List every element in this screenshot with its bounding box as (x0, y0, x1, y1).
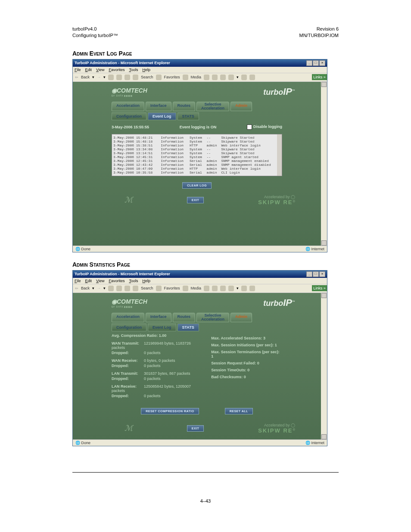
tab-acceleration[interactable]: Acceleration (112, 102, 144, 111)
subtab-stats[interactable]: STATS (177, 112, 199, 120)
minimize-icon[interactable]: _ (306, 60, 312, 66)
disable-logging-checkbox[interactable] (247, 124, 252, 130)
media-label[interactable]: Media (191, 75, 202, 79)
log-cell: Serial (190, 171, 206, 174)
search-label[interactable]: Search (141, 286, 153, 290)
maximize-icon[interactable]: □ (313, 60, 319, 66)
log-cell: Information (161, 171, 190, 174)
tab-admin[interactable]: Admin (230, 313, 252, 322)
log-cell: 3-May-2006 12:45:31 (113, 159, 161, 163)
favorites-label[interactable]: Favorites (164, 286, 180, 290)
edit-icon[interactable] (228, 75, 234, 80)
log-cell: CLI Login (221, 171, 280, 174)
turboip-logo: turboIP™ (263, 86, 295, 97)
close-icon[interactable]: × (319, 271, 325, 277)
discuss-icon[interactable] (241, 75, 247, 80)
refresh-icon[interactable] (116, 75, 122, 80)
comtech-logo: ◉COMTECH (112, 298, 147, 305)
back-button[interactable]: Back (81, 75, 90, 79)
search-label[interactable]: Search (141, 75, 153, 79)
log-cell: Serial (190, 159, 206, 163)
menu-file[interactable]: File (75, 68, 81, 72)
media-icon[interactable] (183, 286, 188, 291)
page-content: ◉COMTECH EF DATA ▮▮▮▮▮ turboIP™ Accelera… (73, 293, 327, 439)
back-button[interactable]: Back (81, 286, 90, 290)
messenger-icon[interactable] (249, 286, 255, 291)
edit-icon[interactable] (228, 286, 234, 291)
history-icon[interactable] (204, 286, 209, 291)
tab-routes[interactable]: Routes (173, 102, 196, 111)
refresh-icon[interactable] (116, 286, 122, 291)
home-icon[interactable] (125, 286, 130, 291)
menu-favorites[interactable]: Favorites (109, 279, 125, 283)
menu-help[interactable]: Help (142, 279, 150, 283)
log-cell: 3-May-2006 13:14:51 (113, 151, 161, 155)
reset-all-button[interactable]: RESET ALL (225, 408, 253, 414)
mail-icon[interactable] (212, 75, 218, 80)
menu-edit[interactable]: Edit (85, 68, 92, 72)
tab-interface[interactable]: Interface (146, 102, 171, 111)
log-scrollbar[interactable] (277, 134, 282, 176)
subtab-configuration[interactable]: Configuration (112, 112, 146, 120)
favorites-icon[interactable] (156, 75, 162, 80)
dropped-label: Dropped: (112, 394, 144, 398)
menu-view[interactable]: View (96, 68, 104, 72)
favorites-icon[interactable] (156, 286, 162, 291)
clear-log-button[interactable]: CLEAR LOG (182, 182, 212, 189)
print-icon[interactable] (220, 286, 226, 291)
close-icon[interactable]: × (319, 60, 325, 66)
exit-button[interactable]: EXIT (187, 197, 204, 203)
maximize-icon[interactable]: □ (313, 271, 319, 277)
subtab-eventlog[interactable]: Event Log (148, 324, 176, 331)
subtab-eventlog[interactable]: Event Log (148, 112, 176, 120)
menu-help[interactable]: Help (142, 68, 150, 72)
tab-routes[interactable]: Routes (173, 313, 196, 322)
minimize-icon[interactable]: _ (306, 271, 312, 277)
favorites-label[interactable]: Favorites (164, 75, 180, 79)
search-icon[interactable] (133, 286, 138, 291)
tab-acceleration[interactable]: Acceleration (112, 313, 144, 322)
messenger-icon[interactable] (249, 75, 255, 80)
log-cell: Serial (190, 163, 206, 167)
tab-selective-acceleration[interactable]: SelectiveAcceleration (196, 102, 229, 111)
menu-view[interactable]: View (96, 279, 104, 283)
search-icon[interactable] (133, 75, 138, 80)
dropped-value: 0 packets (144, 364, 161, 368)
logging-status: Event logging is ON (180, 125, 217, 129)
comtech-sublogo: EF DATA ▮▮▮▮▮ (112, 305, 147, 308)
stop-icon[interactable] (108, 75, 114, 80)
menu-tools[interactable]: Tools (129, 279, 138, 283)
subtab-stats[interactable]: STATS (177, 324, 199, 331)
menu-favorites[interactable]: Favorites (109, 68, 125, 72)
tab-admin[interactable]: Admin (230, 102, 252, 111)
log-cell: admin (206, 167, 221, 171)
skipware-logo: Accelerated by ◯ SKIPW RE® (258, 195, 295, 205)
reset-compression-button[interactable]: RESET COMPRESSION RATIO (141, 408, 199, 414)
stop-icon[interactable] (108, 286, 114, 291)
exit-button[interactable]: EXIT (187, 425, 204, 432)
menu-tools[interactable]: Tools (129, 68, 138, 72)
log-cell: 3-May-2006 12:43:42 (113, 163, 161, 167)
lan-tx-value: 301837 bytes, 867 packets (144, 371, 190, 376)
subtab-configuration[interactable]: Configuration (112, 324, 146, 331)
media-label[interactable]: Media (191, 286, 202, 290)
media-icon[interactable] (183, 75, 188, 80)
print-icon[interactable] (220, 75, 226, 80)
page-header: turboIPv4.0 Configuring turboIP™ Revisio… (72, 26, 339, 39)
page-content: ◉COMTECH EF DATA ▮▮▮▮▮ turboIP™ Accelera… (73, 82, 327, 246)
home-icon[interactable] (125, 75, 130, 80)
mail-icon[interactable] (212, 286, 218, 291)
menu-file[interactable]: File (75, 279, 81, 283)
tab-interface[interactable]: Interface (146, 313, 171, 322)
footer-rule (72, 472, 339, 473)
scrollbar[interactable] (321, 82, 327, 246)
tab-selective-acceleration[interactable]: SelectiveAcceleration (196, 313, 229, 322)
links-button[interactable]: Links » (312, 285, 327, 291)
menu-edit[interactable]: Edit (85, 279, 92, 283)
history-icon[interactable] (204, 75, 209, 80)
links-button[interactable]: Links » (312, 74, 327, 80)
log-cell: admin (206, 171, 221, 174)
log-row: 3-May-2006 10:35:58InformationSerialadmi… (113, 171, 280, 174)
discuss-icon[interactable] (241, 286, 247, 291)
scrollbar[interactable] (321, 293, 327, 439)
